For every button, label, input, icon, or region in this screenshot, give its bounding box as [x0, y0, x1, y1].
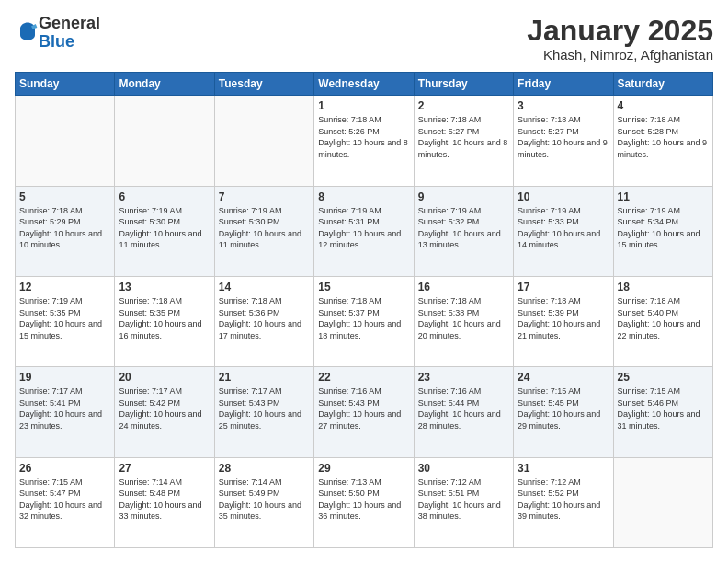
- logo-blue-text: Blue: [39, 32, 74, 51]
- day-number: 7: [219, 190, 310, 203]
- calendar-week-row: 19Sunrise: 7:17 AM Sunset: 5:41 PM Dayli…: [16, 367, 713, 457]
- calendar-week-row: 12Sunrise: 7:19 AM Sunset: 5:35 PM Dayli…: [16, 276, 713, 366]
- day-info: Sunrise: 7:19 AM Sunset: 5:35 PM Dayligh…: [19, 295, 110, 341]
- day-number: 27: [119, 462, 210, 475]
- calendar-header-thursday: Thursday: [414, 73, 513, 96]
- calendar-cell: 24Sunrise: 7:15 AM Sunset: 5:45 PM Dayli…: [514, 367, 613, 457]
- day-number: 28: [219, 462, 310, 475]
- calendar-cell: 9Sunrise: 7:19 AM Sunset: 5:32 PM Daylig…: [414, 186, 513, 276]
- day-info: Sunrise: 7:18 AM Sunset: 5:36 PM Dayligh…: [219, 295, 310, 341]
- calendar-cell: 27Sunrise: 7:14 AM Sunset: 5:48 PM Dayli…: [115, 457, 214, 547]
- calendar-cell: 29Sunrise: 7:13 AM Sunset: 5:50 PM Dayli…: [314, 457, 414, 547]
- calendar-cell: 20Sunrise: 7:17 AM Sunset: 5:42 PM Dayli…: [115, 367, 214, 457]
- day-info: Sunrise: 7:17 AM Sunset: 5:41 PM Dayligh…: [19, 385, 110, 431]
- day-number: 20: [119, 371, 210, 384]
- calendar-header-friday: Friday: [514, 73, 613, 96]
- day-number: 14: [219, 281, 310, 293]
- day-number: 18: [618, 281, 709, 293]
- calendar-week-row: 26Sunrise: 7:15 AM Sunset: 5:47 PM Dayli…: [16, 457, 713, 547]
- calendar-header-tuesday: Tuesday: [214, 73, 313, 96]
- day-info: Sunrise: 7:18 AM Sunset: 5:37 PM Dayligh…: [318, 295, 409, 341]
- day-number: 29: [318, 462, 409, 475]
- day-number: 1: [318, 99, 409, 112]
- day-number: 5: [19, 190, 110, 203]
- logo-general-text: General: [39, 14, 100, 32]
- day-info: Sunrise: 7:18 AM Sunset: 5:39 PM Dayligh…: [518, 295, 609, 341]
- day-number: 17: [518, 281, 609, 293]
- day-info: Sunrise: 7:13 AM Sunset: 5:50 PM Dayligh…: [318, 477, 409, 523]
- month-title: January 2025: [527, 15, 713, 47]
- day-info: Sunrise: 7:14 AM Sunset: 5:48 PM Dayligh…: [119, 477, 210, 523]
- day-info: Sunrise: 7:12 AM Sunset: 5:52 PM Dayligh…: [518, 477, 609, 523]
- day-info: Sunrise: 7:12 AM Sunset: 5:51 PM Dayligh…: [418, 477, 509, 523]
- calendar-cell: 18Sunrise: 7:18 AM Sunset: 5:40 PM Dayli…: [613, 276, 712, 366]
- calendar-header-saturday: Saturday: [613, 73, 712, 96]
- calendar-cell: [115, 96, 214, 186]
- calendar-cell: 15Sunrise: 7:18 AM Sunset: 5:37 PM Dayli…: [314, 276, 414, 366]
- day-number: 22: [318, 371, 409, 384]
- day-info: Sunrise: 7:18 AM Sunset: 5:38 PM Dayligh…: [418, 295, 509, 341]
- calendar-header-monday: Monday: [115, 73, 214, 96]
- calendar-cell: 11Sunrise: 7:19 AM Sunset: 5:34 PM Dayli…: [613, 186, 712, 276]
- calendar-cell: 6Sunrise: 7:19 AM Sunset: 5:30 PM Daylig…: [115, 186, 214, 276]
- day-info: Sunrise: 7:19 AM Sunset: 5:31 PM Dayligh…: [318, 205, 409, 251]
- calendar-cell: 12Sunrise: 7:19 AM Sunset: 5:35 PM Dayli…: [16, 276, 115, 366]
- day-info: Sunrise: 7:18 AM Sunset: 5:29 PM Dayligh…: [19, 205, 110, 251]
- day-number: 2: [418, 99, 509, 112]
- calendar-cell: 4Sunrise: 7:18 AM Sunset: 5:28 PM Daylig…: [613, 96, 712, 186]
- calendar-cell: 30Sunrise: 7:12 AM Sunset: 5:51 PM Dayli…: [414, 457, 513, 547]
- day-info: Sunrise: 7:19 AM Sunset: 5:32 PM Dayligh…: [418, 205, 509, 251]
- calendar-cell: 28Sunrise: 7:14 AM Sunset: 5:49 PM Dayli…: [214, 457, 313, 547]
- calendar-cell: 26Sunrise: 7:15 AM Sunset: 5:47 PM Dayli…: [16, 457, 115, 547]
- calendar-header-sunday: Sunday: [16, 73, 115, 96]
- logo-icon: [17, 20, 39, 42]
- calendar-week-row: 1Sunrise: 7:18 AM Sunset: 5:26 PM Daylig…: [16, 96, 713, 186]
- calendar-cell: 8Sunrise: 7:19 AM Sunset: 5:31 PM Daylig…: [314, 186, 414, 276]
- day-number: 8: [318, 190, 409, 203]
- calendar-cell: 19Sunrise: 7:17 AM Sunset: 5:41 PM Dayli…: [16, 367, 115, 457]
- calendar-cell: 23Sunrise: 7:16 AM Sunset: 5:44 PM Dayli…: [414, 367, 513, 457]
- calendar-cell: [613, 457, 712, 547]
- day-info: Sunrise: 7:18 AM Sunset: 5:35 PM Dayligh…: [119, 295, 210, 341]
- day-info: Sunrise: 7:19 AM Sunset: 5:33 PM Dayligh…: [518, 205, 609, 251]
- calendar-cell: 3Sunrise: 7:18 AM Sunset: 5:27 PM Daylig…: [514, 96, 613, 186]
- day-info: Sunrise: 7:19 AM Sunset: 5:30 PM Dayligh…: [119, 205, 210, 251]
- day-info: Sunrise: 7:14 AM Sunset: 5:49 PM Dayligh…: [219, 477, 310, 523]
- day-number: 6: [119, 190, 210, 203]
- day-number: 30: [418, 462, 509, 475]
- day-number: 9: [418, 190, 509, 203]
- calendar-cell: [16, 96, 115, 186]
- day-info: Sunrise: 7:18 AM Sunset: 5:27 PM Dayligh…: [518, 114, 609, 160]
- calendar-cell: 17Sunrise: 7:18 AM Sunset: 5:39 PM Dayli…: [514, 276, 613, 366]
- day-info: Sunrise: 7:19 AM Sunset: 5:30 PM Dayligh…: [219, 205, 310, 251]
- day-number: 3: [518, 99, 609, 112]
- day-number: 13: [119, 281, 210, 293]
- day-number: 31: [518, 462, 609, 475]
- day-number: 21: [219, 371, 310, 384]
- location: Khash, Nimroz, Afghanistan: [527, 47, 713, 63]
- day-number: 12: [19, 281, 110, 293]
- day-info: Sunrise: 7:15 AM Sunset: 5:45 PM Dayligh…: [518, 385, 609, 431]
- calendar-header-row: SundayMondayTuesdayWednesdayThursdayFrid…: [16, 73, 713, 96]
- day-number: 19: [19, 371, 110, 384]
- logo: General Blue: [15, 15, 100, 52]
- calendar-cell: 7Sunrise: 7:19 AM Sunset: 5:30 PM Daylig…: [214, 186, 313, 276]
- calendar-cell: 22Sunrise: 7:16 AM Sunset: 5:43 PM Dayli…: [314, 367, 414, 457]
- calendar-cell: 14Sunrise: 7:18 AM Sunset: 5:36 PM Dayli…: [214, 276, 313, 366]
- day-info: Sunrise: 7:16 AM Sunset: 5:43 PM Dayligh…: [318, 385, 409, 431]
- day-info: Sunrise: 7:17 AM Sunset: 5:42 PM Dayligh…: [119, 385, 210, 431]
- day-number: 16: [418, 281, 509, 293]
- page: General Blue January 2025 Khash, Nimroz,…: [0, 0, 728, 563]
- header: General Blue January 2025 Khash, Nimroz,…: [15, 15, 713, 63]
- calendar-table: SundayMondayTuesdayWednesdayThursdayFrid…: [15, 72, 713, 548]
- day-info: Sunrise: 7:19 AM Sunset: 5:34 PM Dayligh…: [618, 205, 709, 251]
- title-block: January 2025 Khash, Nimroz, Afghanistan: [527, 15, 713, 63]
- day-info: Sunrise: 7:15 AM Sunset: 5:47 PM Dayligh…: [19, 477, 110, 523]
- day-info: Sunrise: 7:18 AM Sunset: 5:40 PM Dayligh…: [618, 295, 709, 341]
- calendar-cell: 13Sunrise: 7:18 AM Sunset: 5:35 PM Dayli…: [115, 276, 214, 366]
- calendar-cell: 21Sunrise: 7:17 AM Sunset: 5:43 PM Dayli…: [214, 367, 313, 457]
- day-info: Sunrise: 7:15 AM Sunset: 5:46 PM Dayligh…: [618, 385, 709, 431]
- calendar-cell: 31Sunrise: 7:12 AM Sunset: 5:52 PM Dayli…: [514, 457, 613, 547]
- day-number: 25: [618, 371, 709, 384]
- day-number: 11: [618, 190, 709, 203]
